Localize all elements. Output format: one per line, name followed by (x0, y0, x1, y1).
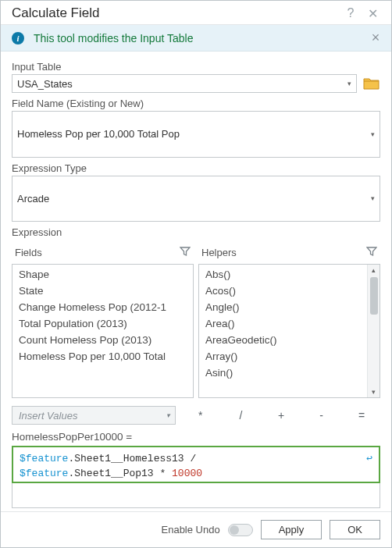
info-banner: i This tool modifies the Input Table × (1, 25, 391, 52)
close-icon[interactable]: ✕ (362, 6, 383, 21)
insert-values-dropdown[interactable]: Insert Values ▾ (12, 406, 176, 425)
field-name-value: Homeless Pop per 10,000 Total Pop (17, 128, 180, 140)
fields-header: Fields (15, 247, 42, 258)
window-title: Calculate Field (12, 5, 340, 21)
helpers-scrollbar[interactable]: ▴ ▾ (367, 265, 380, 397)
fields-helpers-panes: Fields Shape State Change Homeless Pop (… (12, 243, 380, 398)
enable-undo-label: Enable Undo (162, 524, 220, 536)
scroll-up-icon[interactable]: ▴ (372, 265, 376, 276)
input-table-value: USA_States (17, 78, 73, 90)
info-icon: i (12, 32, 24, 44)
ok-button[interactable]: OK (330, 520, 380, 539)
chevron-down-icon: ▾ (371, 194, 375, 202)
fields-pane: Fields Shape State Change Homeless Pop (… (12, 243, 194, 398)
scroll-down-icon[interactable]: ▾ (372, 386, 376, 397)
expression-code-input[interactable]: ↩ $feature.Sheet1__Homeless13 / $feature… (12, 446, 380, 483)
content-area: Input Table USA_States ▾ Field Name (Exi… (1, 52, 391, 511)
code-block-input[interactable] (12, 483, 380, 508)
expr-type-label: Expression Type (12, 162, 380, 174)
toggle-knob (230, 525, 239, 535)
list-item[interactable]: Count Homeless Pop (2013) (12, 332, 193, 348)
list-item[interactable]: Array() (199, 348, 367, 365)
op-divide-button[interactable]: / (223, 407, 260, 424)
op-equals-button[interactable]: = (343, 407, 380, 424)
list-item[interactable]: Asin() (199, 365, 367, 381)
info-close-icon[interactable]: × (368, 30, 383, 46)
scroll-thumb[interactable] (370, 277, 378, 315)
op-minus-button[interactable]: - (303, 407, 340, 424)
insert-values-placeholder: Insert Values (19, 410, 77, 422)
field-name-select[interactable]: Homeless Pop per 10,000 Total Pop ▾ (12, 111, 380, 158)
filter-fields-icon[interactable] (180, 246, 191, 259)
list-item[interactable]: Area() (199, 315, 367, 332)
code-line: $feature.Sheet1__Pop13 * 10000 (20, 467, 372, 482)
chevron-down-icon: ▾ (166, 411, 170, 419)
titlebar: Calculate Field ? ✕ (1, 1, 391, 25)
info-text: This tool modifies the Input Table (34, 32, 368, 44)
browse-folder-icon[interactable] (363, 77, 380, 91)
helpers-header: Helpers (201, 247, 237, 258)
op-plus-button[interactable]: + (262, 407, 300, 424)
help-icon[interactable]: ? (340, 6, 362, 20)
operator-buttons: * / + - = (182, 407, 380, 424)
fields-listbox[interactable]: Shape State Change Homeless Pop (2012-1 … (12, 264, 194, 398)
word-wrap-icon[interactable]: ↩ (366, 452, 372, 467)
chevron-down-icon: ▾ (371, 130, 375, 138)
enable-undo-toggle[interactable] (228, 524, 253, 536)
list-item[interactable]: Angle() (199, 299, 367, 315)
list-item[interactable]: State (12, 283, 193, 299)
list-item[interactable]: AreaGeodetic() (199, 332, 367, 348)
list-item[interactable]: Shape (12, 266, 193, 283)
code-line: $feature.Sheet1__Homeless13 / (20, 452, 372, 467)
helpers-listbox[interactable]: Abs() Acos() Angle() Area() AreaGeodetic… (198, 264, 380, 398)
apply-button[interactable]: Apply (261, 520, 323, 539)
assignment-label: HomelessPopPer10000 = (12, 431, 380, 443)
input-table-label: Input Table (12, 61, 380, 73)
expr-type-value: Arcade (17, 193, 49, 205)
footer: Enable Undo Apply OK (1, 511, 391, 547)
helpers-pane: Helpers Abs() Acos() Angle() Area() Area… (198, 243, 380, 398)
expression-label: Expression (12, 226, 380, 238)
expr-type-select[interactable]: Arcade ▾ (12, 176, 380, 222)
list-item[interactable]: Change Homeless Pop (2012-1 (12, 299, 193, 315)
input-table-select[interactable]: USA_States ▾ (12, 74, 357, 93)
list-item[interactable]: Homeless Pop per 10,000 Total (12, 348, 193, 365)
list-item[interactable]: Acos() (199, 283, 367, 299)
filter-helpers-icon[interactable] (366, 246, 377, 259)
list-item[interactable]: Abs() (199, 266, 367, 283)
op-multiply-button[interactable]: * (182, 407, 219, 424)
chevron-down-icon: ▾ (347, 80, 351, 87)
list-item[interactable]: Total Population (2013) (12, 315, 193, 332)
field-name-label: Field Name (Existing or New) (12, 98, 380, 109)
